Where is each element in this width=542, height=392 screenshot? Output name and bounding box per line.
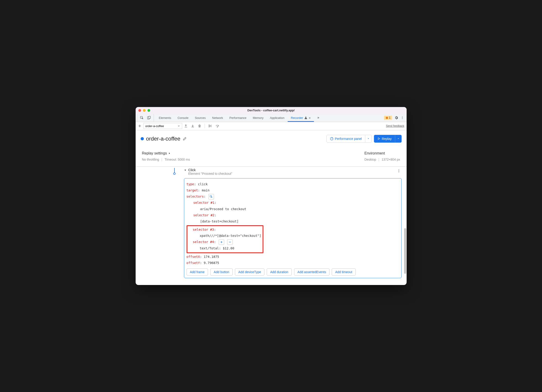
edit-title-icon[interactable] bbox=[183, 137, 187, 141]
settings-icon[interactable] bbox=[394, 116, 398, 120]
add-frame-button[interactable]: Add frame bbox=[187, 268, 208, 276]
step-row-type[interactable]: type: click bbox=[187, 181, 399, 187]
selector-3-value[interactable]: xpath///*[@data-test="checkout"] bbox=[189, 233, 261, 239]
selector-1-value[interactable]: aria/Proceed to checkout bbox=[187, 206, 399, 212]
tab-console[interactable]: Console bbox=[174, 114, 192, 122]
svg-point-9 bbox=[217, 127, 217, 127]
panel-tabs: Elements Console Sources Network Perform… bbox=[156, 114, 322, 122]
add-assertedevents-button[interactable]: Add assertedEvents bbox=[294, 268, 330, 276]
add-devicetype-button[interactable]: Add deviceType bbox=[235, 268, 265, 276]
devtools-window: DevTools - coffee-cart.netlify.app/ Elem… bbox=[136, 107, 406, 285]
add-duration-button[interactable]: Add duration bbox=[267, 268, 292, 276]
svg-point-11 bbox=[398, 170, 399, 170]
performance-panel-button[interactable]: Performance panel bbox=[326, 135, 372, 143]
svg-rect-2 bbox=[149, 116, 151, 118]
svg-rect-4 bbox=[387, 117, 387, 118]
add-property-buttons: Add frame Add button Add deviceType Add … bbox=[187, 268, 399, 276]
import-icon[interactable] bbox=[191, 124, 195, 128]
traffic-lights bbox=[138, 109, 150, 112]
replay-button[interactable]: Replay bbox=[374, 135, 401, 143]
send-feedback-link[interactable]: Send feedback bbox=[386, 124, 404, 128]
recording-select[interactable]: order-a-coffee bbox=[143, 123, 182, 129]
recording-status-dot bbox=[141, 137, 144, 140]
scrollbar-thumb[interactable] bbox=[404, 228, 406, 274]
export-icon[interactable] bbox=[184, 124, 188, 128]
replay-settings-title[interactable]: Replay settings bbox=[142, 151, 365, 155]
meta-separator: | bbox=[161, 158, 162, 161]
header-actions: Performance panel Replay bbox=[326, 135, 401, 143]
play-icon bbox=[377, 137, 380, 140]
timeline bbox=[141, 168, 184, 278]
add-selector-button[interactable] bbox=[219, 239, 224, 245]
step-menu-button[interactable] bbox=[396, 168, 401, 174]
tab-sources[interactable]: Sources bbox=[192, 114, 209, 122]
step-row-offsetx[interactable]: offsetX: 174.1875 bbox=[187, 254, 399, 260]
tab-recorder[interactable]: Recorder × bbox=[288, 114, 314, 122]
titlebar: DevTools - coffee-cart.netlify.app/ bbox=[136, 107, 406, 114]
element-picker-button[interactable] bbox=[208, 194, 214, 199]
performance-panel-main[interactable]: Performance panel bbox=[327, 135, 365, 142]
replay-settings-label: Replay settings bbox=[142, 151, 167, 155]
tab-network[interactable]: Network bbox=[209, 114, 226, 122]
step-row-target[interactable]: target: main bbox=[187, 187, 399, 193]
step-area: Click Element "Proceed to checkout" type… bbox=[136, 166, 406, 285]
recorder-toolbar: order-a-coffee Send feedback bbox=[136, 122, 406, 130]
selector-4-value[interactable]: text/Total: $12.00 bbox=[189, 245, 261, 252]
performance-panel-label: Performance panel bbox=[335, 137, 362, 140]
gauge-icon bbox=[330, 137, 334, 140]
step-details-box: type: click target: main selectors: sele… bbox=[184, 178, 401, 278]
maximize-window-button[interactable] bbox=[147, 109, 150, 112]
timeout-value: Timeout: 5000 ms bbox=[165, 158, 190, 161]
throttling-value: No throttling bbox=[142, 158, 159, 161]
selector-4-key[interactable]: selector #4: bbox=[189, 239, 261, 245]
add-recording-icon[interactable] bbox=[138, 124, 141, 128]
performance-panel-dropdown[interactable] bbox=[365, 135, 371, 142]
svg-point-12 bbox=[398, 171, 399, 171]
step-content: Click Element "Proceed to checkout" type… bbox=[184, 168, 401, 278]
play-step-icon[interactable] bbox=[208, 124, 212, 128]
svg-point-6 bbox=[402, 117, 402, 117]
tab-performance[interactable]: Performance bbox=[226, 114, 249, 122]
settings-row: Replay settings No throttling | Timeout:… bbox=[136, 147, 406, 166]
step-row-offsety[interactable]: offsetY: 9.796875 bbox=[187, 260, 399, 266]
chevron-down-icon bbox=[177, 125, 180, 127]
replay-dropdown[interactable] bbox=[395, 135, 401, 142]
step-over-icon[interactable] bbox=[215, 124, 219, 128]
device-toggle-icon[interactable] bbox=[147, 116, 151, 120]
tab-application[interactable]: Application bbox=[267, 114, 288, 122]
selector-2-key[interactable]: selector #2: bbox=[187, 212, 399, 218]
inspect-icon[interactable] bbox=[140, 116, 144, 120]
timeline-dot bbox=[173, 172, 176, 175]
minimize-window-button[interactable] bbox=[143, 109, 146, 112]
tabbar-left-icons bbox=[137, 114, 154, 122]
flask-icon bbox=[304, 116, 307, 119]
warning-badge[interactable]: 1 bbox=[384, 116, 392, 120]
tab-elements[interactable]: Elements bbox=[156, 114, 174, 122]
step-subtitle: Element "Proceed to checkout" bbox=[188, 172, 233, 176]
recording-header: order-a-coffee Performance panel Replay bbox=[136, 130, 406, 147]
add-timeout-button[interactable]: Add timeout bbox=[332, 268, 356, 276]
svg-point-13 bbox=[398, 172, 399, 172]
tabbar-right: 1 bbox=[384, 116, 405, 120]
toolbar-icons bbox=[184, 124, 219, 128]
close-window-button[interactable] bbox=[138, 109, 141, 112]
add-button-button[interactable]: Add button bbox=[210, 268, 233, 276]
delete-icon[interactable] bbox=[198, 124, 201, 128]
step-header[interactable]: Click Element "Proceed to checkout" bbox=[184, 168, 401, 176]
replay-main[interactable]: Replay bbox=[374, 135, 395, 142]
chevron-down-icon bbox=[184, 169, 187, 171]
selector-3-key[interactable]: selector #3: bbox=[189, 226, 261, 233]
selector-1-key[interactable]: selector #1: bbox=[187, 200, 399, 206]
remove-selector-button[interactable] bbox=[227, 239, 233, 245]
replay-settings: Replay settings No throttling | Timeout:… bbox=[142, 151, 365, 161]
warning-count: 1 bbox=[389, 116, 391, 119]
close-tab-icon[interactable]: × bbox=[309, 116, 311, 120]
step-row-selectors[interactable]: selectors: bbox=[187, 193, 399, 200]
kebab-menu-icon[interactable] bbox=[401, 116, 404, 120]
chevron-right-icon bbox=[168, 152, 171, 155]
recording-select-value: order-a-coffee bbox=[146, 124, 164, 128]
tab-memory[interactable]: Memory bbox=[249, 114, 267, 122]
selector-2-value[interactable]: [data-test=checkout] bbox=[187, 218, 399, 225]
replay-settings-meta: No throttling | Timeout: 5000 ms bbox=[142, 158, 365, 161]
more-tabs-button[interactable] bbox=[314, 114, 322, 122]
